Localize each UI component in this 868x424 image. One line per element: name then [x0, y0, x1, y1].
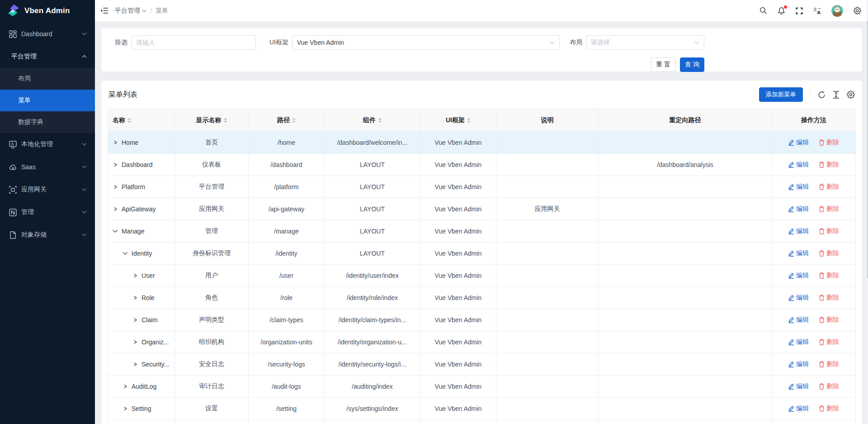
sidebar-item-gateway[interactable]: 应用网关	[0, 178, 95, 201]
column-header-label: 显示名称	[196, 116, 222, 124]
sidebar-item-storage[interactable]: 对象存储	[0, 224, 95, 246]
edit-button[interactable]: 编辑	[788, 338, 809, 346]
edit-button[interactable]: 编辑	[788, 294, 809, 302]
table-row[interactable]: User用户/user/identity/user/indexVue Vben …	[108, 265, 856, 287]
edit-button[interactable]: 编辑	[788, 205, 809, 213]
sidebar-item-manage[interactable]: 管理	[0, 201, 95, 224]
logo[interactable]: Vben Admin	[0, 0, 95, 22]
expand-caret-icon[interactable]	[132, 340, 138, 344]
column-header[interactable]: UI框架	[420, 109, 496, 132]
expand-caret-icon[interactable]	[113, 207, 118, 211]
column-header[interactable]: 路径	[249, 109, 325, 132]
search-icon[interactable]	[759, 7, 767, 15]
sidebar-item-dashboard[interactable]: Dashboard	[0, 23, 95, 45]
delete-button[interactable]: 删除	[819, 227, 839, 235]
table-row[interactable]: AuditLog审计日志/audit-logs/auditing/indexVu…	[108, 376, 856, 398]
delete-button[interactable]: 删除	[819, 316, 839, 324]
fullscreen-icon[interactable]	[795, 7, 803, 15]
expand-caret-icon[interactable]	[132, 362, 138, 366]
collapse-caret-icon[interactable]	[123, 252, 128, 255]
edit-button[interactable]: 编辑	[788, 272, 809, 280]
delete-button[interactable]: 删除	[819, 161, 839, 169]
sort-icon[interactable]	[467, 118, 471, 123]
add-menu-button[interactable]: 添加新菜单	[759, 87, 803, 102]
delete-button[interactable]: 删除	[819, 249, 839, 257]
name-cell: Dashboard	[108, 154, 175, 176]
sidebar-item-localization[interactable]: A本地化管理	[0, 133, 95, 156]
sidebar-subitem-dict[interactable]: 数据字典	[0, 111, 95, 133]
table-row[interactable]: Security...安全日志/security-logs/identity/s…	[108, 353, 856, 376]
delete-button[interactable]: 删除	[819, 272, 839, 280]
expand-caret-icon[interactable]	[123, 385, 128, 388]
column-header[interactable]: 显示名称	[175, 109, 249, 132]
table-row[interactable]: ApiGateway应用网关/api-gatewayLAYOUTVue Vben…	[108, 198, 856, 220]
translate-icon[interactable]: 文 A	[813, 7, 821, 15]
edit-button[interactable]: 编辑	[788, 249, 809, 257]
edit-button[interactable]: 编辑	[788, 161, 809, 169]
delete-button[interactable]: 删除	[819, 360, 839, 368]
table-row[interactable]: Platform平台管理/platformLAYOUTVue Vben Admi…	[108, 176, 856, 198]
ui-framework-select[interactable]: Vue Vben Admin	[292, 35, 560, 50]
column-settings-icon[interactable]	[847, 91, 855, 99]
table-row[interactable]: Organiz...组织机构/organization-units/identi…	[108, 331, 856, 353]
table-row[interactable]: Setting设置/setting/sys/settings/indexVue …	[108, 398, 856, 420]
edit-button[interactable]: 编辑	[788, 405, 809, 413]
sort-icon[interactable]	[292, 118, 296, 123]
pencil-icon	[788, 272, 794, 279]
breadcrumb-parent[interactable]: 平台管理	[115, 7, 146, 15]
sort-icon[interactable]	[378, 118, 382, 123]
table-row[interactable]: Role角色/role/identity/role/indexVue Vben …	[108, 287, 856, 309]
column-header[interactable]: 组件	[325, 109, 420, 132]
collapse-caret-icon[interactable]	[113, 229, 118, 233]
operations-cell: 编辑删除	[772, 265, 856, 287]
table-row[interactable]: Identity身份标识管理/identityLAYOUTVue Vben Ad…	[108, 243, 856, 265]
delete-button[interactable]: 删除	[819, 294, 839, 302]
edit-button[interactable]: 编辑	[788, 227, 809, 235]
manage-icon	[9, 209, 17, 216]
avatar[interactable]	[831, 5, 843, 17]
bell-icon[interactable]	[777, 7, 785, 15]
expand-caret-icon[interactable]	[123, 407, 128, 410]
column-header[interactable]: 名称	[108, 109, 175, 132]
edit-button[interactable]: 编辑	[788, 382, 809, 391]
expand-caret-icon[interactable]	[132, 318, 138, 322]
delete-button[interactable]: 删除	[819, 183, 839, 191]
edit-button[interactable]: 编辑	[788, 138, 809, 147]
sidebar-collapse-icon[interactable]	[100, 7, 108, 15]
delete-button[interactable]: 删除	[819, 138, 839, 147]
reset-button[interactable]: 重 置	[651, 57, 675, 72]
edit-button[interactable]: 编辑	[788, 183, 809, 191]
edit-button[interactable]: 编辑	[788, 360, 809, 368]
table-cell	[599, 176, 772, 198]
delete-button[interactable]: 删除	[819, 338, 839, 346]
layout-select[interactable]: 请选择	[586, 35, 704, 50]
sidebar-item-saas[interactable]: Saas	[0, 156, 95, 178]
pencil-icon	[788, 405, 794, 412]
table-row[interactable]: Manage管理/manageLAYOUTVue Vben Admin编辑删除	[108, 220, 856, 243]
sidebar-subitem-menu[interactable]: 菜单	[0, 90, 95, 111]
chevron-right-icon	[132, 318, 138, 322]
expand-caret-icon[interactable]	[113, 163, 118, 167]
refresh-icon[interactable]	[818, 91, 826, 99]
table-row[interactable]: Claim声明类型/claim-types/identity/claim-typ…	[108, 309, 856, 331]
expand-caret-icon[interactable]	[132, 296, 138, 300]
notification-badge	[784, 5, 787, 9]
expand-caret-icon[interactable]	[113, 141, 118, 144]
delete-button[interactable]: 删除	[819, 405, 839, 413]
sidebar-subitem-layout[interactable]: 布局	[0, 68, 95, 90]
edit-button[interactable]: 编辑	[788, 316, 809, 324]
settings-icon[interactable]	[853, 7, 861, 15]
table-row[interactable]: Dashboard仪表板/dashboardLAYOUTVue Vben Adm…	[108, 154, 856, 176]
sidebar-item-platform[interactable]: 平台管理	[0, 45, 95, 68]
sort-icon[interactable]	[224, 118, 227, 123]
row-height-icon[interactable]	[833, 91, 840, 99]
delete-button[interactable]: 删除	[819, 205, 839, 213]
sort-icon[interactable]	[127, 118, 131, 123]
query-button[interactable]: 查 询	[680, 57, 704, 72]
expand-caret-icon[interactable]	[132, 274, 138, 277]
table-row[interactable]: Home首页/home/dashboard/welcome/in...Vue V…	[108, 132, 856, 154]
expand-caret-icon[interactable]	[113, 185, 118, 189]
table-cell: Vue Vben Admin	[420, 309, 496, 331]
filter-input[interactable]	[131, 35, 256, 50]
delete-button[interactable]: 删除	[819, 382, 839, 391]
